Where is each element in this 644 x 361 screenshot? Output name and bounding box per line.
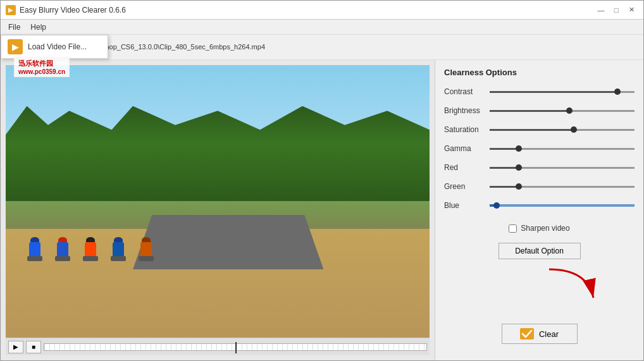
clear-button-label: Clear [539,329,559,339]
contrast-slider[interactable] [490,91,635,93]
video-frame [6,65,430,338]
gamma-label: Gamma [444,144,490,153]
brightness-slider[interactable] [490,110,635,112]
file-dropdown: 迅乐软件园 www.pc0359.cn ▶ Load Video File... [1,35,108,59]
playback-controls: ▶ ■ [6,338,430,355]
gamma-slider[interactable] [490,148,635,150]
sharpen-label[interactable]: Sharpen video [521,224,569,233]
brightness-row: Brightness [444,104,635,118]
clear-checkmark-icon [520,328,534,340]
green-slider[interactable] [490,186,635,188]
brightness-label: Brightness [444,106,490,115]
green-label: Green [444,182,490,191]
red-thumb[interactable] [516,164,522,171]
options-panel: Clearness Options Contrast Brightness [435,60,643,360]
body-3 [85,242,96,256]
red-fill [490,167,519,169]
blue-slider[interactable] [490,204,635,207]
gamma-thumb[interactable] [516,145,522,152]
green-thumb[interactable] [516,183,522,190]
timeline-ticks [44,344,426,350]
saturation-label: Saturation [444,125,490,134]
window-title: Easy Blurry Video Clearer 0.6.6 [20,6,594,15]
contrast-fill [490,91,617,93]
red-arrow-container [543,263,600,309]
menu-file[interactable]: File [3,21,25,34]
video-panel: ▶ ■ [1,60,435,360]
contrast-row: Contrast [444,85,635,99]
saturation-thumb[interactable] [571,126,577,133]
default-option-button[interactable]: Default Option [498,243,581,259]
body-1 [29,242,40,256]
window-controls: — □ ✕ [594,4,638,16]
close-button[interactable]: ✕ [624,4,638,16]
clear-button[interactable]: Clear [502,324,578,344]
blue-thumb[interactable] [493,202,500,209]
maximize-button[interactable]: □ [609,4,623,16]
app-icon: ▶ [6,5,16,15]
body-4 [113,242,124,256]
track-structure [133,215,324,269]
green-fill [490,186,519,188]
stop-button[interactable]: ■ [26,341,41,353]
blue-row: Blue [444,199,635,212]
saturation-slider[interactable] [490,129,635,131]
rider-2 [55,237,70,261]
play-button[interactable]: ▶ [8,341,23,353]
gamma-fill [490,148,519,150]
checkmark-svg [520,328,534,340]
minimize-button[interactable]: — [594,4,608,16]
options-title: Clearness Options [444,68,635,77]
body-2 [57,242,68,256]
gamma-row: Gamma [444,142,635,156]
timeline[interactable] [44,343,427,351]
main-window: ▶ Easy Blurry Video Clearer 0.6.6 — □ ✕ … [0,0,644,361]
saturation-fill [490,129,574,131]
bottom-section: Clear [444,263,635,353]
load-video-icon: ▶ [8,39,23,54]
red-arrow-icon [543,263,600,307]
menu-bar: File Help 迅乐软件园 www.pc0359.cn ▶ Load Vid… [1,20,643,35]
sharpen-row: Sharpen video [444,224,635,233]
brightness-fill [490,110,569,112]
rider-4 [111,237,126,261]
red-label: Red [444,163,490,172]
title-bar: ▶ Easy Blurry Video Clearer 0.6.6 — □ ✕ [1,1,643,20]
saturation-row: Saturation [444,123,635,137]
contrast-label: Contrast [444,87,490,96]
video-container[interactable] [6,65,430,338]
bike-5 [139,256,154,261]
green-row: Green [444,180,635,193]
bike-1 [27,256,42,261]
trees-bg [6,106,430,202]
body-5 [140,242,152,256]
red-slider[interactable] [490,167,635,169]
load-video-label: Load Video File... [28,42,87,51]
sharpen-checkbox[interactable] [509,224,517,233]
contrast-thumb[interactable] [614,89,621,95]
rider-1 [27,237,42,261]
bike-4 [111,256,126,261]
watermark: 迅乐软件园 www.pc0359.cn [14,57,70,77]
main-area: ▶ ■ Clearness Options Contrast [1,60,643,360]
rider-5 [139,237,154,261]
riders-group [27,237,154,261]
red-row: Red [444,161,635,174]
blue-label: Blue [444,201,490,210]
bike-2 [55,256,70,261]
timeline-cursor [235,342,237,353]
menu-help[interactable]: Help [25,21,51,34]
rider-3 [83,237,98,261]
bike-3 [83,256,98,261]
load-video-menu-item[interactable]: ▶ Load Video File... [1,35,108,58]
brightness-thumb[interactable] [566,107,573,114]
